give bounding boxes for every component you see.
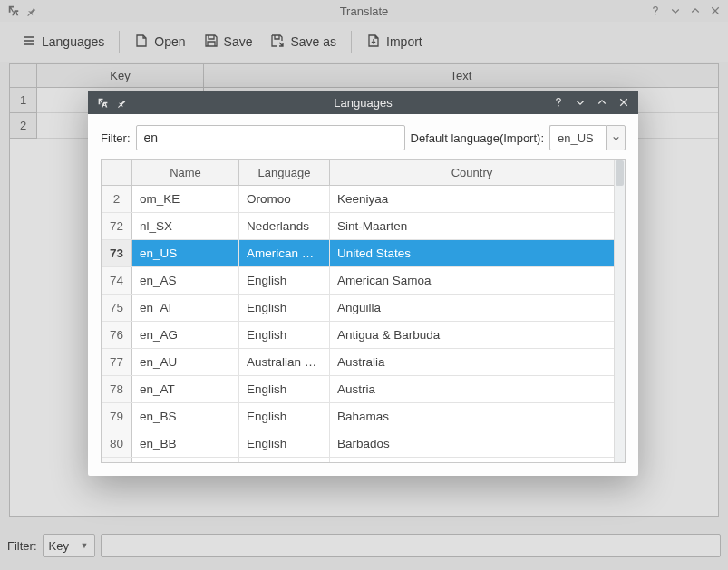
cell-country[interactable]: Belgium [330, 458, 614, 463]
vertical-scrollbar[interactable] [614, 160, 625, 462]
cell-country[interactable]: Bahamas [330, 403, 614, 430]
cell-name[interactable]: en_BE [132, 458, 239, 463]
dialog-titlebar[interactable]: Languages [88, 91, 638, 114]
svg-point-1 [558, 105, 559, 107]
default-language-value[interactable]: en_US [549, 125, 606, 150]
cell-language[interactable]: English [239, 322, 330, 348]
col-header-name[interactable]: Name [132, 160, 239, 185]
cell-language[interactable]: English [239, 267, 330, 294]
cell-name[interactable]: en_AT [132, 376, 239, 402]
row-number[interactable]: 73 [102, 240, 132, 266]
cell-name[interactable]: en_AG [132, 322, 239, 348]
dialog-filter-input[interactable] [136, 125, 405, 150]
default-language-label: Default language(Import): [411, 131, 544, 145]
close-icon[interactable] [618, 97, 629, 108]
dialog-table-header: Name Language Country [102, 160, 614, 186]
chevron-down-icon [612, 131, 620, 145]
scrollbar-thumb[interactable] [616, 160, 624, 186]
translate-app-icon [97, 97, 109, 109]
col-header-number[interactable] [102, 160, 132, 185]
default-language-combo[interactable]: en_US [549, 125, 626, 150]
cell-name[interactable]: nl_SX [132, 213, 239, 239]
row-number[interactable]: 79 [102, 403, 132, 430]
cell-name[interactable]: en_AS [132, 267, 239, 294]
cell-country[interactable]: Barbados [330, 430, 614, 457]
row-number[interactable]: 74 [102, 267, 132, 294]
cell-language[interactable]: Nederlands [239, 213, 330, 239]
combo-dropdown-button[interactable] [606, 125, 626, 150]
cell-language[interactable]: English [239, 430, 330, 457]
row-number[interactable]: 80 [102, 430, 132, 457]
cell-country[interactable]: Austria [330, 376, 614, 402]
help-icon[interactable] [553, 97, 564, 108]
minimize-icon[interactable] [575, 97, 586, 108]
cell-language[interactable]: Australian … [239, 349, 330, 375]
table-row[interactable]: 73en_USAmerican …United States [102, 240, 614, 267]
row-number[interactable]: 2 [102, 186, 132, 212]
table-row[interactable]: 76en_AGEnglishAntigua & Barbuda [102, 322, 614, 349]
cell-language[interactable]: English [239, 458, 330, 463]
pin-icon[interactable] [116, 98, 126, 108]
languages-dialog: Languages Filter: Default language(Impor… [88, 91, 638, 476]
dialog-table: Name Language Country 2om_KEOromooKeeniy… [101, 159, 626, 463]
table-row[interactable]: 75en_AIEnglishAnguilla [102, 295, 614, 322]
cell-country[interactable]: Antigua & Barbuda [330, 322, 614, 348]
table-row[interactable]: 80en_BBEnglishBarbados [102, 430, 614, 458]
cell-country[interactable]: Sint-Maarten [330, 213, 614, 239]
cell-country[interactable]: Australia [330, 349, 614, 375]
maximize-icon[interactable] [597, 97, 607, 108]
cell-name[interactable]: en_BB [132, 430, 239, 457]
cell-language[interactable]: English [239, 376, 330, 402]
cell-country[interactable]: United States [330, 240, 614, 266]
table-row[interactable]: 72nl_SXNederlandsSint-Maarten [102, 213, 614, 240]
cell-name[interactable]: en_US [132, 240, 239, 266]
row-number[interactable]: 78 [102, 376, 132, 402]
table-row[interactable]: 74en_ASEnglishAmerican Samoa [102, 267, 614, 295]
table-row[interactable]: 77en_AUAustralian …Australia [102, 349, 614, 376]
row-number[interactable]: 76 [102, 322, 132, 348]
row-number[interactable]: 77 [102, 349, 132, 375]
cell-name[interactable]: om_KE [132, 186, 239, 212]
row-number[interactable]: 75 [102, 295, 132, 321]
col-header-country[interactable]: Country [330, 160, 614, 185]
dialog-filter-row: Filter: Default language(Import): en_US [88, 114, 638, 159]
cell-name[interactable]: en_AU [132, 349, 239, 375]
row-number[interactable]: 81 [102, 458, 132, 463]
dialog-filter-label: Filter: [101, 131, 131, 145]
cell-name[interactable]: en_AI [132, 295, 239, 321]
cell-language[interactable]: American … [239, 240, 330, 266]
col-header-language[interactable]: Language [239, 160, 330, 185]
cell-country[interactable]: Anguilla [330, 295, 614, 321]
table-row[interactable]: 79en_BSEnglishBahamas [102, 403, 614, 430]
cell-language[interactable]: Oromoo [239, 186, 330, 212]
cell-language[interactable]: English [239, 295, 330, 321]
row-number[interactable]: 72 [102, 213, 132, 239]
table-row[interactable]: 2om_KEOromooKeeniyaa [102, 186, 614, 213]
cell-name[interactable]: en_BS [132, 403, 239, 430]
cell-country[interactable]: Keeniyaa [330, 186, 614, 212]
table-row[interactable]: 78en_ATEnglishAustria [102, 376, 614, 403]
cell-language[interactable]: English [239, 403, 330, 430]
table-row[interactable]: 81en_BEEnglishBelgium [102, 458, 614, 463]
cell-country[interactable]: American Samoa [330, 267, 614, 294]
